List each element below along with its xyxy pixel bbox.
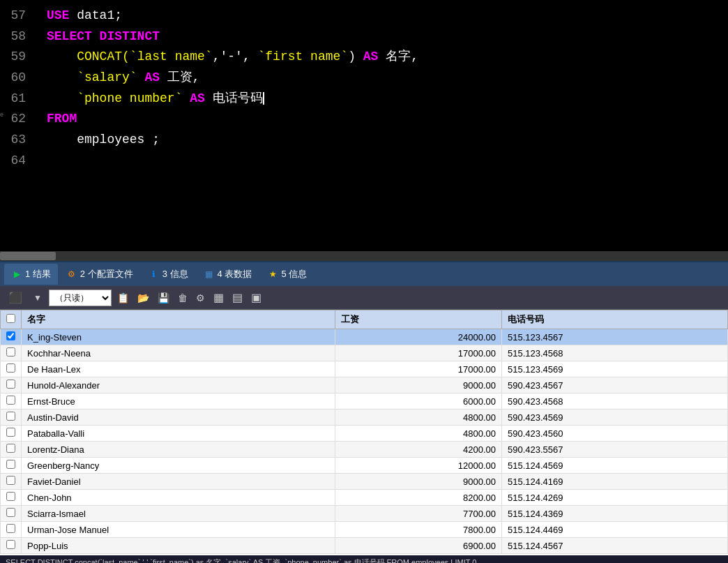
- row-checkbox-cell[interactable]: [1, 474, 22, 490]
- row-salary: 4800.00: [335, 426, 501, 442]
- row-checkbox-cell[interactable]: [1, 458, 22, 474]
- code-line-64: [47, 151, 728, 172]
- row-checkbox-cell[interactable]: [1, 329, 22, 345]
- row-salary: 6000.00: [335, 393, 501, 410]
- tab-results-label: 1 结果: [25, 268, 51, 280]
- row-checkbox[interactable]: [6, 396, 15, 405]
- settings-btn[interactable]: ⚙: [193, 290, 208, 306]
- table-row[interactable]: Ernst-Bruce 6000.00 590.423.4568: [1, 393, 728, 410]
- line-num-57: 57: [0, 6, 31, 27]
- table-row[interactable]: Pataballa-Valli 4800.00 590.423.4560: [1, 426, 728, 442]
- table-row[interactable]: Faviet-Daniel 9000.00 515.124.4169: [1, 474, 728, 490]
- select-all-checkbox[interactable]: [6, 314, 15, 323]
- row-checkbox-cell[interactable]: [1, 377, 22, 393]
- copy-btn[interactable]: 📋: [114, 290, 132, 306]
- row-phone: 515.124.4567: [501, 538, 727, 554]
- tab-info2[interactable]: ★ 5 信息: [260, 264, 314, 285]
- row-checkbox-cell[interactable]: [1, 522, 22, 538]
- tabs-bar: ▶ 1 结果 ⚙ 2 个配置文件 ℹ 3 信息 ▦ 4 表数据 ★ 5 信息: [0, 261, 728, 286]
- row-checkbox[interactable]: [6, 444, 15, 453]
- paste-btn[interactable]: 📂: [135, 290, 152, 306]
- row-checkbox[interactable]: [6, 331, 15, 340]
- code-editor[interactable]: 57 58 59 60 61 62ble 63 64 USE data1; SE…: [0, 0, 728, 251]
- row-phone: 590.423.5567: [501, 442, 727, 458]
- row-salary: 7800.00: [335, 522, 501, 538]
- row-checkbox[interactable]: [6, 540, 15, 549]
- row-checkbox[interactable]: [6, 460, 15, 469]
- line-num-61: 61: [0, 89, 31, 110]
- tab-config[interactable]: ⚙ 2 个配置文件: [59, 264, 140, 285]
- horizontal-scrollbar[interactable]: [0, 251, 728, 261]
- row-checkbox[interactable]: [6, 476, 15, 485]
- tab-info1[interactable]: ℹ 3 信息: [142, 264, 195, 285]
- tab-config-label: 2 个配置文件: [80, 268, 133, 280]
- save-btn[interactable]: 💾: [155, 290, 172, 306]
- table-row[interactable]: Sciarra-Ismael 7700.00 515.124.4369: [1, 506, 728, 522]
- toolbar-dropdown-btn[interactable]: ▼: [29, 290, 46, 306]
- table-row[interactable]: Urman-Jose Manuel 7800.00 515.124.4469: [1, 522, 728, 538]
- table-row[interactable]: Lorentz-Diana 4200.00 590.423.5567: [1, 442, 728, 458]
- table-row[interactable]: Hunold-Alexander 9000.00 590.423.4567: [1, 377, 728, 393]
- row-checkbox-cell[interactable]: [1, 442, 22, 458]
- results-table: 名字 工资 电话号码 K_ing-Steven 24000.00 515.123…: [0, 310, 728, 554]
- tab-results[interactable]: ▶ 1 结果: [4, 264, 58, 285]
- row-phone: 515.123.4567: [501, 329, 727, 345]
- table-row[interactable]: Greenberg-Nancy 12000.00 515.124.4569: [1, 458, 728, 474]
- table-row[interactable]: Austin-David 4800.00 590.423.4569: [1, 410, 728, 426]
- row-checkbox-cell[interactable]: [1, 426, 22, 442]
- table-row[interactable]: Kochhar-Neena 17000.00 515.123.4568: [1, 345, 728, 361]
- row-checkbox-cell[interactable]: [1, 538, 22, 554]
- code-content[interactable]: USE data1; SELECT DISTINCT CONCAT(`last …: [38, 0, 728, 251]
- table-row[interactable]: Chen-John 8200.00 515.124.4269: [1, 490, 728, 506]
- data-table-container[interactable]: 名字 工资 电话号码 K_ing-Steven 24000.00 515.123…: [0, 310, 728, 555]
- row-name: Greenberg-Nancy: [22, 458, 335, 474]
- code-line-62: FROM: [47, 109, 728, 130]
- row-checkbox[interactable]: [6, 363, 15, 373]
- row-checkbox[interactable]: [6, 524, 15, 533]
- row-checkbox[interactable]: [6, 347, 15, 356]
- col-salary-header: 工资: [335, 310, 501, 329]
- row-checkbox-cell[interactable]: [1, 410, 22, 426]
- tab-tabledata[interactable]: ▦ 4 表数据: [197, 264, 259, 285]
- line-numbers: 57 58 59 60 61 62ble 63 64: [0, 0, 38, 251]
- row-checkbox[interactable]: [6, 508, 15, 517]
- scrollbar-thumb[interactable]: [0, 252, 56, 260]
- toolbar: ⬛ ▼ （只读） 📋 📂 💾 🗑 ⚙ ▦ ▤ ▣: [0, 286, 728, 310]
- col-phone-header: 电话号码: [501, 310, 727, 329]
- row-name: Pataballa-Valli: [22, 426, 335, 442]
- table-row[interactable]: Popp-Luis 6900.00 515.124.4567: [1, 538, 728, 554]
- row-phone: 515.124.4569: [501, 458, 727, 474]
- table-body: K_ing-Steven 24000.00 515.123.4567 Kochh…: [1, 329, 728, 554]
- table-row[interactable]: K_ing-Steven 24000.00 515.123.4567: [1, 329, 728, 345]
- row-checkbox[interactable]: [6, 428, 15, 437]
- row-salary: 6900.00: [335, 538, 501, 554]
- grid-btn2[interactable]: ▤: [229, 290, 245, 306]
- grid-btn3[interactable]: ▣: [248, 290, 264, 306]
- line-num-58: 58: [0, 27, 31, 47]
- tab-info2-label: 5 信息: [281, 268, 307, 280]
- row-checkbox-cell[interactable]: [1, 361, 22, 377]
- row-checkbox[interactable]: [6, 412, 15, 421]
- row-salary: 9000.00: [335, 377, 501, 393]
- row-name: Ernst-Bruce: [22, 393, 335, 410]
- row-phone: 515.124.4469: [501, 522, 727, 538]
- row-checkbox-cell[interactable]: [1, 490, 22, 506]
- readonly-select[interactable]: （只读）: [49, 290, 112, 306]
- row-salary: 17000.00: [335, 361, 501, 377]
- row-salary: 8200.00: [335, 490, 501, 506]
- toolbar-icon-btn-main[interactable]: ⬛: [4, 290, 26, 306]
- delete-btn[interactable]: 🗑: [175, 290, 190, 306]
- row-checkbox[interactable]: [6, 492, 15, 501]
- row-checkbox[interactable]: [6, 380, 15, 389]
- row-phone: 515.124.4169: [501, 474, 727, 490]
- row-checkbox-cell[interactable]: [1, 506, 22, 522]
- row-checkbox-cell[interactable]: [1, 393, 22, 410]
- row-salary: 12000.00: [335, 458, 501, 474]
- row-phone: 590.423.4567: [501, 377, 727, 393]
- table-row[interactable]: De Haan-Lex 17000.00 515.123.4569: [1, 361, 728, 377]
- row-name: Faviet-Daniel: [22, 474, 335, 490]
- row-checkbox-cell[interactable]: [1, 345, 22, 361]
- row-name: De Haan-Lex: [22, 361, 335, 377]
- info1-icon: ℹ: [149, 269, 160, 280]
- grid-btn1[interactable]: ▦: [211, 290, 227, 306]
